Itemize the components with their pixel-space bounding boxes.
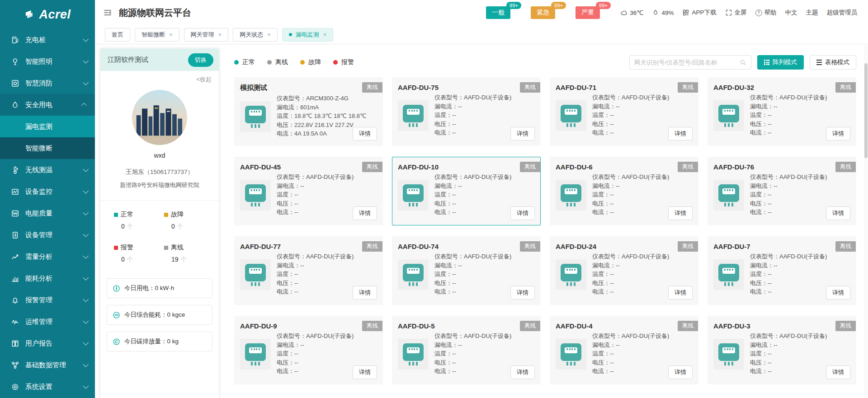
device-detail-button[interactable]: 详情 xyxy=(510,286,535,300)
device-detail-button[interactable]: 详情 xyxy=(668,206,693,220)
sidebar-item[interactable]: 充电桩 xyxy=(0,29,95,51)
alarm-badge[interactable]: 一般 99+ xyxy=(486,6,510,19)
array-mode-button[interactable]: 阵列模式 xyxy=(757,55,804,70)
device-detail-button[interactable]: 详情 xyxy=(826,286,850,300)
tab[interactable]: 漏电监测 × xyxy=(282,28,334,42)
sidebar-item[interactable]: 漏电监测 xyxy=(0,116,95,137)
device-card[interactable]: AAFD-DU-10 离线 仪表型号：AAFD-DU(子设备) 漏电流：-- xyxy=(392,157,541,225)
sidebar-item[interactable]: 智慧消防 xyxy=(0,72,95,94)
logo: Acrel xyxy=(0,0,95,29)
sidebar-item[interactable]: 智能照明 xyxy=(0,51,95,72)
weather-icon xyxy=(620,9,627,16)
menu-toggle-icon[interactable] xyxy=(103,8,112,17)
base-data-icon xyxy=(11,361,19,370)
device-card[interactable]: AAFD-DU-3 离线 仪表型号：AAFD-DU(子设备) 漏电流：-- xyxy=(708,316,856,384)
device-card[interactable]: AAFD-DU-9 离线 仪表型号：AAFD-DU(子设备) 漏电流：-- xyxy=(234,316,383,384)
theme-switcher[interactable]: 主题 xyxy=(806,9,818,17)
device-detail-button[interactable]: 详情 xyxy=(668,127,693,140)
device-detail-button[interactable]: 详情 xyxy=(826,365,850,379)
sidebar-item[interactable]: 需量分析 xyxy=(0,246,95,267)
device-detail-button[interactable]: 详情 xyxy=(510,127,535,140)
sidebar-item[interactable]: 无线测温 xyxy=(0,159,95,181)
sidebar-item[interactable]: 电能质量 xyxy=(0,202,95,224)
table-mode-button[interactable]: 表格模式 xyxy=(810,55,856,70)
device-card[interactable]: AAFD-DU-32 离线 仪表型号：AAFD-DU(子设备) 漏电流：-- xyxy=(708,77,856,146)
device-detail-button[interactable]: 详情 xyxy=(510,365,535,379)
device-meter-icon xyxy=(713,100,744,131)
search-input[interactable] xyxy=(634,59,740,66)
user-role[interactable]: 超级管理员 xyxy=(827,9,858,17)
device-detail-button[interactable]: 详情 xyxy=(353,365,377,379)
language-switcher[interactable]: 中文 xyxy=(785,9,797,17)
device-detail-button[interactable]: 详情 xyxy=(353,286,377,300)
tab-close-icon[interactable]: × xyxy=(267,32,271,37)
device-card[interactable]: AAFD-DU-76 离线 仪表型号：AAFD-DU(子设备) 漏电流：-- xyxy=(708,157,856,225)
device-card[interactable]: AAFD-DU-45 离线 仪表型号：AAFD-DU(子设备) 漏电流：-- xyxy=(234,157,383,225)
sidebar: Acrel 充电桩 智能照明 智慧消防 xyxy=(0,0,95,398)
tab[interactable]: 网关状态 × xyxy=(233,28,278,42)
legend-item: 故障 xyxy=(300,58,321,66)
status-stat-label: 故障 xyxy=(171,211,184,219)
user-address: 新澄路9号安科瑞微电网研究院 xyxy=(100,181,219,189)
sidebar-item[interactable]: 报警管理 xyxy=(0,289,95,311)
page-title: 能源物联网云平台 xyxy=(119,7,191,19)
help-button[interactable]: ? 帮助 xyxy=(755,9,777,17)
sidebar-item[interactable]: 能耗分析 xyxy=(0,267,95,289)
app-root: Acrel 充电桩 智能照明 智慧消防 xyxy=(0,0,868,398)
device-detail-button[interactable]: 详情 xyxy=(826,206,850,220)
app-download-button[interactable]: APP下载 xyxy=(682,9,716,17)
today-metric-text: 今日用电：0 kW·h xyxy=(124,284,174,292)
device-card[interactable]: AAFD-DU-77 离线 仪表型号：AAFD-DU(子设备) 漏电流：-- xyxy=(234,236,383,305)
device-card[interactable]: AAFD-DU-7 离线 仪表型号：AAFD-DU(子设备) 漏电流：-- xyxy=(708,236,856,305)
tab[interactable]: 首页 × xyxy=(105,28,130,42)
device-name: AAFD-DU-10 xyxy=(398,162,535,171)
device-card[interactable]: 模拟测试 离线 仪表型号：ARCM300-Z-4G 漏电流：601mA xyxy=(234,77,383,146)
alarm-badge[interactable]: 严重 99+ xyxy=(576,6,600,19)
tab-close-icon[interactable]: × xyxy=(218,32,222,37)
sidebar-item[interactable]: 基础数据管理 xyxy=(0,354,95,376)
device-card[interactable]: AAFD-DU-71 离线 仪表型号：AAFD-DU(子设备) 漏电流：-- xyxy=(550,77,698,146)
device-voltage: -- xyxy=(768,121,772,127)
device-card[interactable]: AAFD-DU-6 离线 仪表型号：AAFD-DU(子设备) 漏电流：-- xyxy=(550,157,698,225)
alarm-badge[interactable]: 紧急 99+ xyxy=(531,6,555,19)
chevron-down-icon xyxy=(83,275,89,281)
device-voltage: -- xyxy=(294,280,298,286)
device-card[interactable]: AAFD-DU-5 离线 仪表型号：AAFD-DU(子设备) 漏电流：-- xyxy=(392,316,541,384)
tab[interactable]: 网关管理 × xyxy=(184,28,229,42)
sidebar-item[interactable]: 安全用电 xyxy=(0,94,95,116)
sidebar-item[interactable]: 智能微断 xyxy=(0,137,95,159)
scrollbar[interactable] xyxy=(864,45,868,398)
device-card-grid: 模拟测试 离线 仪表型号：ARCM300-Z-4G 漏电流：601mA xyxy=(234,77,856,384)
chevron-down-icon xyxy=(83,361,89,367)
device-detail-button[interactable]: 详情 xyxy=(668,286,693,300)
device-card[interactable]: AAFD-DU-74 离线 仪表型号：AAFD-DU(子设备) 漏电流：-- xyxy=(392,236,541,305)
fullscreen-button[interactable]: 全屏 xyxy=(725,9,747,17)
sidebar-item[interactable]: 设备管理 xyxy=(0,224,95,246)
device-card[interactable]: AAFD-DU-75 离线 仪表型号：AAFD-DU(子设备) 漏电流：-- xyxy=(392,77,541,146)
device-detail-button[interactable]: 详情 xyxy=(353,127,377,140)
sidebar-item[interactable]: 系统设置 xyxy=(0,376,95,398)
device-meter-type: AAFD-DU(子设备) xyxy=(622,94,669,101)
tab-close-icon[interactable]: × xyxy=(323,32,327,37)
tab[interactable]: 智能微断 × xyxy=(135,28,179,42)
device-detail-button[interactable]: 详情 xyxy=(510,206,535,220)
device-meter-icon xyxy=(240,101,271,132)
scrollbar-thumb[interactable] xyxy=(864,63,868,158)
device-temperature: -- xyxy=(768,271,772,277)
device-card[interactable]: AAFD-DU-24 离线 仪表型号：AAFD-DU(子设备) 漏电流：-- xyxy=(550,236,698,305)
sidebar-item[interactable]: 设备监控 xyxy=(0,181,95,202)
switch-site-button[interactable]: 切换 xyxy=(188,53,213,67)
device-card[interactable]: AAFD-DU-4 离线 仪表型号：AAFD-DU(子设备) 漏电流：-- xyxy=(550,316,698,384)
tab-label: 漏电监测 xyxy=(296,31,319,39)
sidebar-item[interactable]: 用户报告 xyxy=(0,332,95,354)
device-detail-button[interactable]: 详情 xyxy=(826,127,850,140)
tab-close-icon[interactable]: × xyxy=(169,32,173,37)
alarm-mgmt-icon xyxy=(11,296,19,304)
device-detail-button[interactable]: 详情 xyxy=(668,365,693,379)
sidebar-item[interactable]: 运维管理 xyxy=(0,311,95,332)
collapse-panel-link[interactable]: <收起 xyxy=(100,71,219,84)
device-meter-type: AAFD-DU(子设备) xyxy=(622,253,669,260)
settings-icon xyxy=(11,383,19,391)
search-icon[interactable] xyxy=(740,59,746,66)
device-detail-button[interactable]: 详情 xyxy=(353,206,377,220)
